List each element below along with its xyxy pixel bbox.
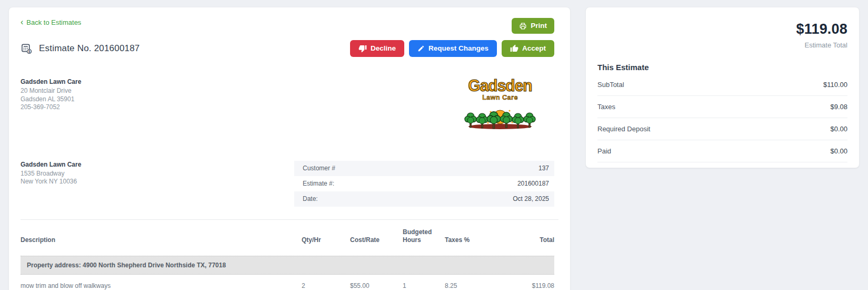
summary-label: Taxes [597, 103, 615, 111]
summary-value: $110.00 [823, 81, 847, 89]
summary-value: $0.00 [830, 147, 847, 155]
summary-label: Paid [597, 147, 611, 155]
print-button-label: Print [531, 22, 547, 30]
details-label: Date: [303, 195, 318, 202]
summary-row-taxes: Taxes $9.08 [597, 96, 847, 118]
estimate-total-label: Estimate Total [597, 41, 847, 49]
summary-value: $0.00 [830, 125, 847, 133]
estimate-details-table: Customer # 137 Estimate #: 201600187 Dat… [294, 161, 554, 207]
column-header-budgeted-hours: Budgeted Hours [403, 228, 445, 244]
estimate-card: ‹ Back to Estimates Print [8, 7, 571, 290]
svg-text:$: $ [28, 50, 31, 54]
company-address-line: 20 Montclair Drive [21, 87, 81, 95]
print-button[interactable]: Print [512, 18, 554, 34]
summary-section-title: This Estimate [597, 63, 847, 72]
line-item-row: mow trim and blow off walkways 2 $55.00 … [21, 275, 554, 290]
customer-address-line: 1535 Broadway [21, 170, 81, 178]
property-address-row: Property address: 4900 North Shepherd Dr… [21, 256, 554, 275]
details-value: Oct 28, 2025 [513, 195, 549, 202]
details-label: Estimate #: [303, 180, 334, 187]
item-total: $119.08 [504, 282, 554, 289]
request-changes-button-label: Request Changes [428, 44, 488, 53]
item-cost: $55.00 [350, 282, 403, 289]
details-label: Customer # [303, 165, 335, 172]
company-logo: Gadsden Lawn Care [461, 78, 540, 131]
details-value: 201600187 [517, 180, 549, 187]
summary-row-paid: Paid $0.00 [597, 140, 847, 162]
column-header-cost: Cost/Rate [350, 236, 403, 244]
logo-trees-icon [461, 102, 540, 131]
details-row-customer-number: Customer # 137 [294, 161, 554, 176]
customer-address-block: Gadsden Lawn Care 1535 Broadway New York… [21, 161, 81, 186]
item-taxes-pct: 8.25 [445, 282, 504, 289]
printer-icon [519, 22, 527, 30]
details-row-date: Date: Oct 28, 2025 [294, 191, 554, 207]
column-header-description: Description [21, 236, 302, 244]
accept-button-label: Accept [522, 44, 546, 53]
page: ‹ Back to Estimates Print [0, 0, 868, 290]
pencil-icon [417, 45, 425, 52]
decline-button-label: Decline [371, 44, 396, 53]
thumbs-down-icon [358, 44, 367, 53]
company-phone: 205-369-7052 [21, 103, 81, 112]
summary-label: Required Deposit [597, 125, 650, 133]
summary-row-required-deposit: Required Deposit $0.00 [597, 118, 847, 140]
details-row-estimate-number: Estimate #: 201600187 [294, 176, 554, 191]
company-name: Gadsden Lawn Care [21, 78, 81, 85]
customer-address-line: New York NY 10036 [21, 178, 81, 186]
logo-subtitle-text: Lawn Care [461, 94, 540, 101]
company-address-line: Gadsden AL 35901 [21, 95, 81, 104]
back-link-label: Back to Estimates [26, 18, 81, 26]
column-header-total: Total [504, 236, 554, 244]
chevron-left-icon: ‹ [21, 18, 23, 26]
items-table-header: Description Qty/Hr Cost/Rate Budgeted Ho… [21, 220, 554, 256]
request-changes-button[interactable]: Request Changes [409, 40, 497, 57]
logo-title-text: Gadsden [461, 78, 540, 95]
thumbs-up-icon [510, 44, 518, 53]
column-header-qty: Qty/Hr [302, 236, 350, 244]
summary-card: $119.08 Estimate Total This Estimate Sub… [585, 7, 860, 168]
summary-value: $9.08 [830, 103, 847, 111]
estimate-icon: $ [21, 43, 33, 55]
estimate-total-amount: $119.08 [597, 21, 847, 37]
back-to-estimates-link[interactable]: ‹ Back to Estimates [21, 18, 81, 26]
item-description: mow trim and blow off walkways [21, 282, 302, 289]
summary-label: SubTotal [597, 81, 624, 89]
decline-button[interactable]: Decline [350, 40, 404, 57]
accept-button[interactable]: Accept [502, 40, 554, 57]
item-budgeted-hours: 1 [403, 282, 445, 289]
item-qty: 2 [302, 282, 350, 289]
page-title: Estimate No. 201600187 [39, 43, 140, 54]
customer-name: Gadsden Lawn Care [21, 161, 81, 168]
company-address-block: Gadsden Lawn Care 20 Montclair Drive Gad… [21, 78, 81, 112]
column-header-taxes: Taxes % [445, 236, 504, 244]
summary-row-subtotal: SubTotal $110.00 [597, 74, 847, 96]
details-value: 137 [538, 165, 549, 172]
